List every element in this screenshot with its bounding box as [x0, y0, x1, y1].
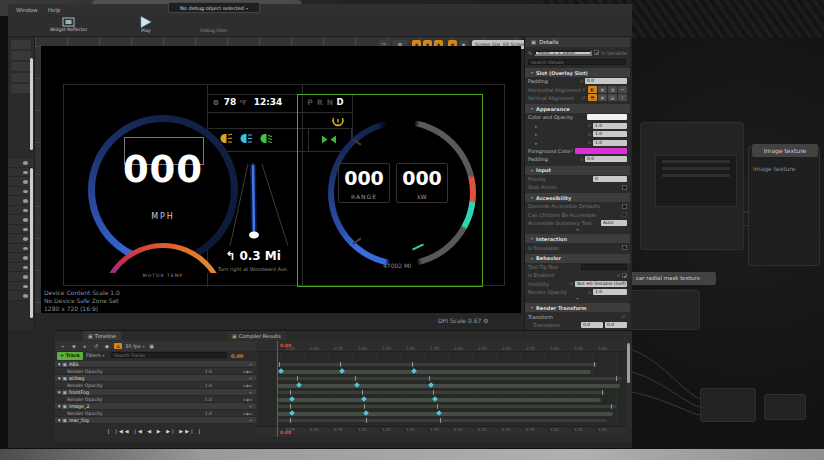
dpi-settings-gear-icon[interactable]: ⚙ — [483, 317, 488, 324]
tab-compiler-results[interactable]: ▣Compiler Results — [227, 331, 286, 340]
summary-text-dropdown[interactable]: Auto — [601, 220, 627, 226]
widget-reflector-button[interactable]: Widget Reflector — [50, 17, 87, 32]
section-appearance[interactable]: Appearance — [525, 104, 630, 113]
details-tab[interactable]: ▣Details — [525, 37, 630, 47]
small-node-2[interactable] — [764, 394, 806, 420]
key-row[interactable] — [256, 396, 626, 403]
visibility-dropdown[interactable]: Not Hit-Testable (Self) — [575, 281, 627, 287]
palette-item[interactable] — [11, 51, 31, 60]
translation-x-field[interactable]: 0.0 — [581, 322, 603, 328]
image-texture-node[interactable]: Image texture — [748, 146, 820, 266]
visibility-eye-icon[interactable] — [23, 275, 28, 279]
key-row[interactable] — [256, 368, 626, 375]
color-opacity-swatch[interactable] — [587, 114, 627, 120]
key-all-icon[interactable]: ◆ — [103, 343, 111, 349]
palette-scrollbar[interactable] — [30, 58, 33, 150]
section-interaction[interactable]: Interaction — [525, 234, 630, 243]
save-icon[interactable]: ⌁ — [59, 343, 67, 349]
halign-center-button[interactable]: ▣ — [598, 86, 607, 93]
visibility-eye-icon[interactable] — [23, 218, 28, 222]
stop-action-checkbox[interactable] — [622, 185, 627, 190]
section-input[interactable]: Input — [525, 166, 630, 175]
visibility-eye-icon[interactable] — [23, 171, 28, 175]
children-accessible-checkbox[interactable] — [622, 212, 627, 217]
visibility-eye-icon[interactable] — [23, 209, 28, 213]
valign-center-button[interactable]: ▣ — [598, 94, 607, 101]
is-focusable-checkbox[interactable] — [622, 245, 627, 250]
track-header[interactable]: ▾▣ABS+ — [55, 361, 256, 368]
key-row-header[interactable] — [256, 375, 626, 382]
visibility-eye-icon[interactable] — [23, 180, 28, 184]
key-row[interactable] — [256, 382, 626, 389]
palette-item[interactable] — [11, 62, 31, 71]
section-expander-icon[interactable]: ▾ — [525, 227, 630, 232]
small-node-1[interactable] — [700, 388, 756, 422]
tab-timeline[interactable]: ▣Timeline — [83, 331, 121, 340]
render-opacity-field[interactable]: 1.0 — [593, 289, 627, 295]
foreground-color-swatch[interactable] — [575, 148, 627, 154]
halign-left-button[interactable]: ◧ — [588, 86, 597, 93]
section-accessibility[interactable]: Accessibility — [525, 193, 630, 202]
key-row-header[interactable] — [256, 389, 626, 396]
filters-dropdown[interactable]: Filters — [86, 353, 104, 358]
visibility-eye-icon[interactable] — [23, 237, 28, 241]
visibility-eye-icon[interactable] — [23, 228, 28, 232]
hierarchy-scrollbar[interactable] — [30, 168, 33, 318]
track-header[interactable]: ▾▣Image_2+ — [55, 403, 256, 410]
debug-object-dropdown[interactable]: No debug object selected — [168, 2, 260, 13]
details-search-input[interactable] — [528, 59, 626, 65]
halign-fill-button[interactable]: ↔ — [618, 86, 627, 93]
is-enabled-checkbox[interactable] — [622, 273, 627, 278]
material-node[interactable] — [640, 122, 744, 250]
tooltip-text-field[interactable] — [581, 264, 627, 270]
padding-field[interactable]: 0.0 — [585, 78, 627, 84]
is-variable-checkbox[interactable] — [594, 50, 599, 55]
visibility-eye-icon[interactable] — [23, 266, 28, 270]
valign-bottom-button[interactable]: ⬓ — [608, 94, 617, 101]
widget-name-field[interactable] — [534, 50, 592, 56]
section-behavior[interactable]: Behavior — [525, 254, 630, 263]
color-g-field[interactable]: 1.0 — [593, 131, 627, 137]
fps-dropdown[interactable]: 30 fps — [125, 343, 145, 349]
hierarchy-item[interactable] — [8, 158, 34, 168]
palette-item[interactable] — [11, 73, 31, 82]
current-time-display[interactable]: 0.00 — [231, 353, 243, 359]
keyframe-options-icon[interactable]: ◈ — [70, 343, 78, 349]
folder-icon[interactable]: ▣ — [148, 343, 156, 349]
palette-item[interactable] — [11, 40, 31, 49]
menu-window[interactable]: Window — [16, 7, 38, 13]
translation-y-field[interactable]: 0.0 — [605, 322, 627, 328]
menu-help[interactable]: Help — [48, 7, 61, 13]
visibility-eye-icon[interactable] — [23, 190, 28, 194]
visibility-eye-icon[interactable] — [23, 294, 28, 298]
color-b-field[interactable]: 1.0 — [593, 140, 627, 146]
track-property[interactable]: Render Opacity1.0◂◆▸ — [55, 396, 256, 403]
time-ruler-bottom[interactable]: 0.250.500.751.001.251.501.752.002.252.50… — [256, 426, 626, 437]
visibility-eye-icon[interactable] — [23, 247, 28, 251]
key-row-header[interactable] — [256, 417, 626, 424]
halign-right-button[interactable]: ◨ — [608, 86, 617, 93]
track-property[interactable]: Render Opacity1.0◂◆▸ — [55, 410, 256, 417]
visibility-eye-icon[interactable] — [23, 161, 28, 165]
override-accessible-checkbox[interactable] — [622, 204, 627, 209]
add-track-button[interactable]: + Track — [57, 352, 83, 360]
track-header[interactable]: ▾▣airbag+ — [55, 375, 256, 382]
track-header[interactable]: ▾▣frontFog+ — [55, 389, 256, 396]
track-property[interactable]: Render Opacity1.0◂◆▸ — [55, 368, 256, 375]
visibility-eye-icon[interactable] — [23, 199, 28, 203]
visibility-eye-icon[interactable] — [23, 285, 28, 289]
radial-mask-node[interactable] — [620, 290, 700, 330]
timeline-scrollbar[interactable] — [627, 343, 630, 383]
section-render-transform[interactable]: Render Transform — [525, 303, 630, 312]
valign-top-button[interactable]: ⬒ — [588, 94, 597, 101]
track-search-input[interactable] — [111, 352, 227, 358]
autokey-toggle-icon[interactable]: ⌂ — [114, 343, 122, 349]
key-row-header[interactable] — [256, 403, 626, 410]
curves-icon[interactable]: ↺ — [92, 343, 100, 349]
valign-fill-button[interactable]: ↕ — [618, 94, 627, 101]
track-header[interactable]: ▾▣rear_fog+ — [55, 417, 256, 424]
play-button[interactable]: Play — [140, 16, 152, 33]
appearance-padding-field[interactable]: 0.0 — [585, 156, 627, 162]
color-r-field[interactable]: 1.0 — [593, 123, 627, 129]
playback-options-icon[interactable]: ▸ — [81, 343, 89, 349]
